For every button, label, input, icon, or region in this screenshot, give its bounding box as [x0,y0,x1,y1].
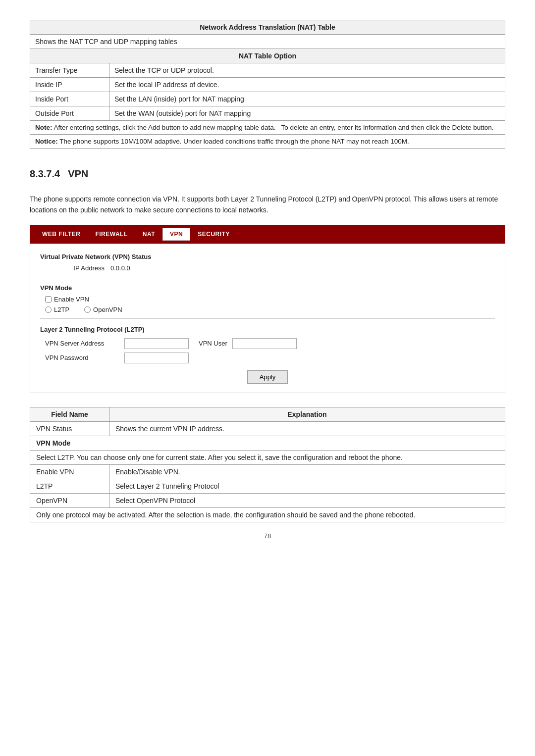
tab-security[interactable]: SECURITY [190,228,237,241]
vpn-mode-row-1: Enable VPN [45,296,495,303]
nat-row-desc-3: Set the WAN (outside) port for NAT mappi… [109,106,505,121]
exp-name-l2tp: L2TP [30,479,109,493]
intro-paragraph: The phone supports remote connection via… [30,194,505,216]
vpn-status-title: Virtual Private Network (VPN) Status [40,253,495,260]
exp-row-vpn-status: VPN Status Shows the current VPN IP addr… [30,421,505,436]
l2tp-label: L2TP [54,306,69,313]
exp-row-vpn-mode-desc: Select L2TP. You can choose only one for… [30,450,505,464]
section-title: VPN [68,168,88,180]
tab-vpn[interactable]: VPN [162,228,190,241]
vpn-server-label: VPN Server Address [45,340,114,347]
vpn-user-input[interactable] [232,338,297,349]
exp-name-vpn-status: VPN Status [30,421,109,436]
nat-row-label-1: Inside IP [30,78,109,92]
vpn-server-row: VPN Server Address VPN User [45,338,495,349]
vpn-password-input[interactable] [124,353,189,363]
tab-firewall[interactable]: FIREWALL [88,228,135,241]
enable-vpn-checkbox[interactable] [45,296,52,302]
divider-1 [40,279,495,279]
nav-bar: WEB FILTER FIREWALL NAT VPN SECURITY [30,225,505,244]
nat-row-desc-2: Set the LAN (inside) port for NAT mappin… [109,92,505,106]
exp-desc-enable-vpn: Enable/Disable VPN. [109,464,505,479]
tab-nat[interactable]: NAT [135,228,162,241]
openvpn-label: OpenVPN [93,306,122,313]
vpn-user-group: VPN User [199,338,297,349]
vpn-password-row: VPN Password [45,353,495,363]
nat-row-desc-0: Select the TCP or UDP protocol. [109,63,505,78]
nat-table-title: Network Address Translation (NAT) Table [30,20,505,35]
tab-web-filter[interactable]: WEB FILTER [35,228,88,241]
openvpn-radio[interactable] [84,306,91,313]
l2tp-radio[interactable] [45,306,52,313]
exp-name-vpn-mode: VPN Mode [30,436,505,450]
l2tp-fields: VPN Server Address VPN User VPN Password [45,338,495,363]
exp-row-vpn-mode: VPN Mode [30,436,505,450]
exp-row-l2tp: L2TP Select Layer 2 Tunneling Protocol [30,479,505,493]
exp-row-openvpn: OpenVPN Select OpenVPN Protocol [30,493,505,507]
col-explanation: Explanation [109,407,505,421]
nat-row-label-2: Inside Port [30,92,109,106]
vpn-password-label: VPN Password [45,354,114,361]
vpn-server-input[interactable] [124,338,189,349]
nat-table: Network Address Translation (NAT) Table … [30,20,505,149]
exp-desc-vpn-mode: Select L2TP. You can choose only one for… [30,450,505,464]
page-number: 78 [30,532,505,540]
ip-address-value: 0.0.0.0 [110,264,130,272]
nat-row-label-0: Transfer Type [30,63,109,78]
exp-desc-vpn-status: Shows the current VPN IP address. [109,421,505,436]
enable-vpn-label: Enable VPN [54,296,89,303]
exp-desc-openvpn: Select OpenVPN Protocol [109,493,505,507]
nat-row-desc-1: Set the local IP address of device. [109,78,505,92]
section-number: 8.3.7.4 [30,168,60,180]
vpn-mode-section: VPN Mode Enable VPN L2TP OpenVPN [40,284,495,313]
nat-notice: Notice: The phone supports 10M/100M adap… [30,135,505,149]
apply-row: Apply [40,370,495,384]
vpn-panel: Virtual Private Network (VPN) Status IP … [30,244,505,393]
openvpn-radio-item: OpenVPN [84,306,122,313]
exp-desc-protocol-note: Only one protocol may be activated. Afte… [30,507,505,522]
exp-name-enable-vpn: Enable VPN [30,464,109,479]
l2tp-section-title: Layer 2 Tunneling Protocol (L2TP) [40,326,495,333]
vpn-mode-title: VPN Mode [40,284,495,292]
col-field-name: Field Name [30,407,109,421]
nat-table-subtitle: Shows the NAT TCP and UDP mapping tables [30,35,505,49]
ip-address-label: IP Address [55,264,105,272]
vpn-mode-options: Enable VPN L2TP OpenVPN [45,296,495,313]
divider-2 [40,318,495,319]
exp-name-openvpn: OpenVPN [30,493,109,507]
exp-desc-l2tp: Select Layer 2 Tunneling Protocol [109,479,505,493]
nat-note: Note: After entering settings, click the… [30,121,505,135]
l2tp-section: Layer 2 Tunneling Protocol (L2TP) VPN Se… [40,326,495,384]
vpn-mode-row-2: L2TP OpenVPN [45,306,495,313]
exp-row-protocol-note: Only one protocol may be activated. Afte… [30,507,505,522]
vpn-status-row: IP Address 0.0.0.0 [55,264,495,272]
nat-option-title: NAT Table Option [30,49,505,63]
vpn-user-label: VPN User [199,340,227,347]
explanation-table: Field Name Explanation VPN Status Shows … [30,407,505,522]
l2tp-radio-item: L2TP [45,306,69,313]
nat-row-label-3: Outside Port [30,106,109,121]
vpn-status-section: Virtual Private Network (VPN) Status IP … [40,253,495,272]
exp-row-enable-vpn: Enable VPN Enable/Disable VPN. [30,464,505,479]
enable-vpn-checkbox-item: Enable VPN [45,296,89,303]
apply-button[interactable]: Apply [247,370,288,384]
